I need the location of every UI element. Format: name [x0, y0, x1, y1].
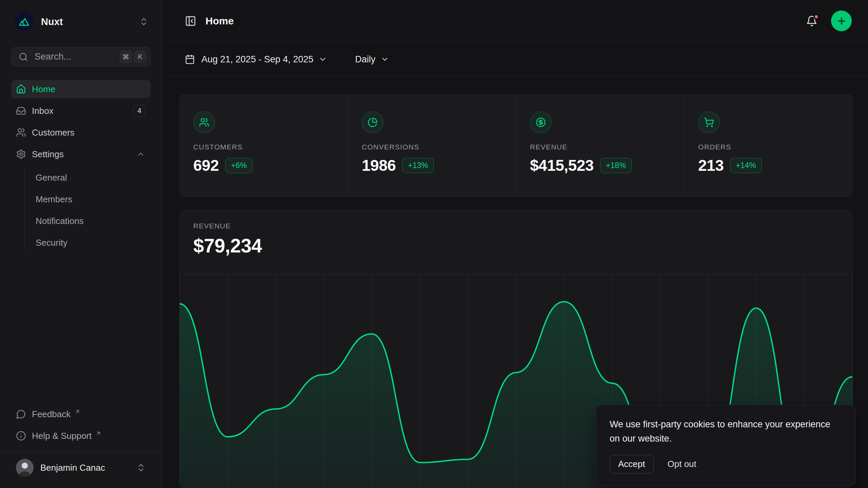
- plus-icon: [836, 16, 847, 26]
- stat-label: CUSTOMERS: [193, 143, 334, 151]
- revenue-chart-total: $79,234: [193, 235, 839, 257]
- sidebar-nav: Home Inbox 4 Customers Settings: [11, 80, 151, 256]
- feedback-link[interactable]: Feedback: [11, 405, 151, 423]
- sidebar-item-label: Settings: [32, 149, 136, 160]
- stat-delta-badge: +14%: [730, 158, 762, 173]
- add-button[interactable]: [831, 11, 852, 31]
- calendar-icon: [185, 54, 195, 64]
- user-menu[interactable]: Benjamin Canac: [11, 457, 151, 479]
- sidebar: Nuxt Search... ⌘ K Home: [0, 0, 162, 488]
- external-link-icon: [93, 428, 103, 438]
- help-support-link[interactable]: Help & Support: [11, 427, 151, 445]
- person-silhouette-icon: [16, 459, 34, 476]
- avatar: [16, 459, 34, 476]
- stat-value: $415,523: [530, 156, 594, 175]
- search-placeholder: Search...: [35, 52, 117, 62]
- sidebar-item-label: Members: [36, 194, 72, 205]
- sidebar-item-label: Security: [36, 238, 67, 248]
- sidebar-item-label: Home: [32, 84, 146, 95]
- sidebar-item-notifications[interactable]: Notifications: [36, 210, 151, 232]
- stat-delta-badge: +13%: [402, 158, 434, 173]
- stat-value: 1986: [362, 156, 396, 175]
- app-root: Nuxt Search... ⌘ K Home: [0, 0, 868, 488]
- chevrons-up-down-icon: [136, 463, 146, 472]
- kbd-k: K: [134, 51, 146, 63]
- stat-label: ORDERS: [698, 143, 839, 151]
- stat-delta-badge: +18%: [600, 158, 632, 173]
- search-icon: [19, 52, 28, 62]
- stat-card-revenue[interactable]: REVENUE $415,523 +18%: [516, 95, 684, 196]
- notifications-button[interactable]: [806, 15, 817, 27]
- stat-value: 213: [698, 156, 724, 175]
- chevron-down-icon: [380, 55, 389, 64]
- stat-card-conversions[interactable]: CONVERSIONS 1986 +13%: [348, 95, 516, 196]
- user-name: Benjamin Canac: [40, 463, 136, 473]
- kbd-cmd: ⌘: [120, 51, 132, 63]
- notification-dot: [813, 14, 819, 20]
- users-icon: [16, 127, 26, 138]
- sidebar-item-general[interactable]: General: [36, 167, 151, 188]
- nuxt-logo: [15, 12, 34, 31]
- panel-left-close-icon[interactable]: [185, 15, 196, 27]
- sidebar-item-label: Notifications: [36, 216, 84, 226]
- accept-button[interactable]: Accept: [610, 455, 654, 473]
- users-icon: [193, 111, 215, 133]
- settings-subnav: General Members Notifications Security: [11, 167, 151, 253]
- stat-card-customers[interactable]: CUSTOMERS 692 +6%: [180, 95, 348, 196]
- sidebar-item-customers[interactable]: Customers: [11, 123, 151, 142]
- cookie-banner: We use first-party cookies to enhance yo…: [596, 405, 856, 486]
- inbox-count-badge: 4: [133, 105, 146, 117]
- revenue-chart-label: REVENUE: [193, 222, 839, 230]
- sidebar-item-home[interactable]: Home: [11, 80, 151, 98]
- stats-cards: CUSTOMERS 692 +6% CONVERSIONS 1986 +13%: [179, 94, 853, 197]
- page-title: Home: [205, 15, 806, 27]
- date-range-picker[interactable]: Aug 21, 2025 - Sep 4, 2025: [201, 54, 313, 65]
- stat-label: REVENUE: [530, 143, 671, 151]
- workspace-switcher[interactable]: Nuxt: [11, 11, 151, 32]
- chart-pie-icon: [362, 111, 383, 133]
- stat-delta-badge: +6%: [225, 158, 253, 173]
- chevron-down-icon: [318, 55, 327, 64]
- sidebar-item-label: General: [36, 172, 67, 183]
- sidebar-item-members[interactable]: Members: [36, 188, 151, 210]
- nuxt-mountains-icon: [18, 17, 30, 26]
- subnav-guide-line: [24, 169, 25, 250]
- external-link-icon: [72, 406, 82, 416]
- sidebar-divider: [0, 452, 162, 452]
- gear-icon: [16, 149, 26, 159]
- sidebar-item-label: Inbox: [32, 106, 133, 116]
- circle-dollar-icon: [530, 111, 552, 133]
- cookie-message: We use first-party cookies to enhance yo…: [610, 417, 842, 446]
- help-support-label: Help & Support: [32, 431, 92, 441]
- opt-out-button[interactable]: Opt out: [668, 459, 696, 469]
- sidebar-item-settings[interactable]: Settings: [11, 145, 151, 163]
- message-circle-icon: [16, 409, 26, 419]
- stat-value: 692: [193, 156, 219, 175]
- stat-label: CONVERSIONS: [362, 143, 502, 151]
- chevrons-up-down-icon: [139, 17, 149, 26]
- workspace-name: Nuxt: [41, 16, 139, 27]
- filters-toolbar: Aug 21, 2025 - Sep 4, 2025 Daily: [162, 42, 868, 77]
- shopping-cart-icon: [698, 111, 720, 133]
- chevron-up-icon: [136, 149, 146, 159]
- sidebar-item-security[interactable]: Security: [36, 232, 151, 253]
- sidebar-item-label: Customers: [32, 127, 146, 138]
- sidebar-footer: Feedback Help & Support: [11, 405, 151, 479]
- feedback-label: Feedback: [32, 409, 71, 420]
- info-icon: [16, 431, 26, 441]
- stat-card-orders[interactable]: ORDERS 213 +14%: [684, 95, 852, 196]
- inbox-icon: [16, 106, 26, 116]
- page-header: Home: [162, 0, 868, 42]
- sidebar-item-inbox[interactable]: Inbox 4: [11, 102, 151, 120]
- interval-select[interactable]: Daily: [355, 54, 375, 65]
- house-icon: [16, 84, 26, 94]
- search-input[interactable]: Search... ⌘ K: [11, 47, 151, 66]
